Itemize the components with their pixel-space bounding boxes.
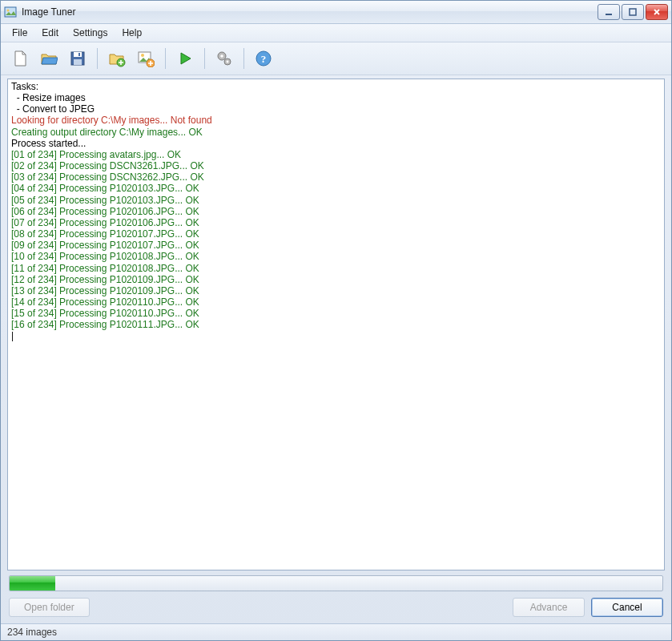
- log-entry: [08 of 234] Processing P1020107.JPG... O…: [11, 228, 661, 240]
- log-entry: [15 of 234] Processing P1020110.JPG... O…: [11, 308, 661, 319]
- run-button[interactable]: [172, 46, 198, 71]
- log-entry: [16 of 234] Processing P1020111.JPG... O…: [11, 319, 661, 330]
- log-output[interactable]: Tasks: - Resize images - Convert to JPEG…: [7, 79, 665, 570]
- titlebar[interactable]: Image Tuner: [1, 1, 671, 24]
- menu-edit[interactable]: Edit: [35, 26, 65, 40]
- svg-text:?: ?: [261, 53, 267, 65]
- menu-settings[interactable]: Settings: [66, 26, 114, 40]
- toolbar: ?: [1, 42, 671, 75]
- log-entry: [09 of 234] Processing P1020107.JPG... O…: [11, 240, 661, 251]
- new-file-button[interactable]: [7, 46, 33, 71]
- log-caret: [11, 330, 661, 341]
- svg-rect-3: [630, 9, 636, 15]
- open-folder-button-bottom[interactable]: Open folder: [9, 598, 90, 617]
- svg-point-10: [141, 54, 144, 57]
- log-entry: [14 of 234] Processing P1020110.JPG... O…: [11, 296, 661, 308]
- maximize-button[interactable]: [622, 4, 644, 20]
- log-entry: [10 of 234] Processing P1020108.JPG... O…: [11, 251, 661, 262]
- save-button[interactable]: [65, 46, 91, 71]
- log-entry: [06 of 234] Processing P1020106.JPG... O…: [11, 206, 661, 217]
- svg-rect-6: [74, 59, 82, 65]
- toolbar-separator: [243, 48, 244, 69]
- log-process-started: Process started...: [11, 138, 661, 149]
- svg-rect-0: [5, 7, 16, 17]
- progress-bar: [9, 575, 663, 591]
- menu-help[interactable]: Help: [115, 26, 148, 40]
- advance-button[interactable]: Advance: [513, 598, 585, 617]
- svg-rect-2: [606, 14, 612, 15]
- minimize-button[interactable]: [598, 4, 620, 20]
- log-entry: [13 of 234] Processing P1020109.JPG... O…: [11, 285, 661, 296]
- status-text: 234 images: [7, 627, 57, 638]
- button-row: Open folder Advance Cancel: [1, 596, 671, 623]
- add-image-button[interactable]: [133, 46, 159, 71]
- open-folder-button[interactable]: [36, 46, 62, 71]
- log-task-line: - Convert to JPEG: [11, 103, 661, 115]
- window-title: Image Tuner: [22, 6, 598, 18]
- svg-point-15: [227, 61, 229, 63]
- svg-rect-5: [74, 52, 82, 57]
- toolbar-separator: [204, 48, 205, 69]
- log-ok: Creating output directory C:\My images..…: [11, 127, 661, 138]
- log-entry: [04 of 234] Processing P1020103.JPG... O…: [11, 183, 661, 194]
- log-entry: [01 of 234] Processing avatars.jpg... OK: [11, 149, 661, 160]
- statusbar: 234 images: [1, 623, 671, 640]
- log-entry: [07 of 234] Processing P1020106.JPG... O…: [11, 217, 661, 228]
- cancel-button[interactable]: Cancel: [591, 598, 663, 617]
- svg-rect-7: [78, 53, 80, 56]
- app-icon: [4, 6, 17, 18]
- log-entry: [11 of 234] Processing P1020108.JPG... O…: [11, 263, 661, 274]
- settings-button[interactable]: [211, 46, 237, 71]
- help-button[interactable]: ?: [251, 46, 276, 71]
- toolbar-separator: [165, 48, 166, 69]
- log-error: Looking for directory C:\My images... No…: [11, 115, 661, 126]
- add-folder-button[interactable]: [104, 46, 130, 71]
- window-controls: [598, 4, 668, 20]
- log-entry: [12 of 234] Processing P1020109.JPG... O…: [11, 274, 661, 285]
- svg-point-1: [7, 10, 10, 12]
- toolbar-separator: [97, 48, 98, 69]
- svg-point-13: [220, 54, 223, 58]
- app-window: Image Tuner File Edit Settings Help ? Ta…: [0, 0, 672, 641]
- progress-fill: [10, 576, 55, 591]
- log-entry: [03 of 234] Processing DSCN3262.JPG... O…: [11, 171, 661, 183]
- log-task-line: - Resize images: [11, 92, 661, 103]
- log-tasks-header: Tasks:: [11, 81, 661, 92]
- menu-file[interactable]: File: [6, 26, 34, 40]
- menubar: File Edit Settings Help: [1, 24, 671, 42]
- close-button[interactable]: [646, 4, 668, 20]
- log-entry: [02 of 234] Processing DSCN3261.JPG... O…: [11, 160, 661, 171]
- log-entry: [05 of 234] Processing P1020103.JPG... O…: [11, 195, 661, 206]
